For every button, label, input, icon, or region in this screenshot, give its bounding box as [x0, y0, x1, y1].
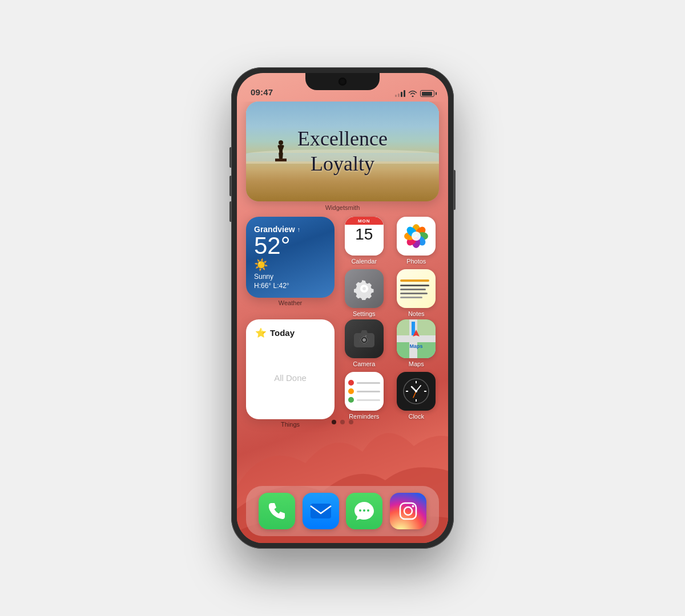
camera-app[interactable]: Camera [341, 319, 387, 367]
svg-point-40 [359, 509, 361, 512]
svg-point-20 [365, 335, 366, 337]
maps-svg: Maps [397, 319, 436, 358]
photos-icon[interactable] [397, 217, 436, 256]
page-dot-1[interactable] [332, 420, 336, 424]
photos-label: Photos [406, 258, 426, 265]
clock-svg [402, 377, 430, 406]
calendar-day: MON [345, 217, 384, 225]
mail-dock-icon [310, 503, 332, 519]
svg-point-44 [404, 507, 412, 515]
settings-app[interactable]: Settings [341, 269, 387, 317]
svg-point-41 [363, 509, 365, 512]
svg-point-42 [367, 509, 369, 512]
notes-app[interactable]: Notes [394, 269, 440, 317]
weather-label: Weather [279, 299, 302, 306]
svg-rect-39 [311, 504, 331, 518]
battery-icon [420, 90, 434, 97]
widgetsmith-text: Excellence Loyalty [297, 127, 388, 176]
settings-label: Settings [353, 310, 376, 317]
calendar-date: 15 [355, 226, 373, 244]
notch [305, 73, 380, 90]
gear-svg [353, 277, 376, 300]
notes-icon[interactable] [397, 269, 436, 308]
page-dots [237, 420, 448, 424]
page-dot-3[interactable] [349, 420, 353, 424]
things-widget[interactable]: ⭐ Today All Done [246, 319, 335, 419]
svg-point-38 [415, 390, 417, 392]
messages-dock-icon [353, 500, 376, 522]
calendar-app[interactable]: MON 15 Calendar [341, 217, 387, 265]
phone-frame: 09:47 [231, 67, 454, 549]
reminders-label: Reminders [349, 413, 379, 420]
mail-dock-app[interactable] [303, 493, 339, 529]
wifi-icon [408, 90, 417, 97]
instagram-dock-app[interactable] [390, 493, 426, 529]
page-dot-2[interactable] [340, 420, 345, 424]
svg-point-15 [412, 232, 421, 241]
camera-svg [353, 329, 375, 348]
photos-app[interactable]: Photos [394, 217, 440, 265]
svg-text:Maps: Maps [410, 343, 423, 349]
calendar-icon[interactable]: MON 15 [345, 217, 384, 256]
svg-rect-25 [397, 335, 436, 342]
maps-app[interactable]: Maps Maps [394, 319, 440, 367]
maps-label: Maps [409, 360, 424, 367]
phone-dock-app[interactable] [259, 493, 295, 529]
instagram-dock-icon [398, 501, 418, 521]
things-title: Today [270, 328, 295, 338]
svg-point-19 [362, 338, 366, 342]
clock-label: Clock [408, 413, 424, 420]
maps-icon[interactable]: Maps [397, 319, 436, 358]
home-screen-content: Excellence Loyalty Widgetsmith Grandview [237, 102, 448, 486]
clock-icon[interactable] [397, 372, 436, 411]
clock-app[interactable]: Clock [394, 372, 440, 420]
phone-screen: 09:47 [237, 73, 448, 543]
status-time: 09:47 [251, 87, 273, 97]
camera-label: Camera [353, 360, 375, 367]
reminders-icon[interactable] [345, 372, 384, 411]
settings-icon[interactable] [345, 269, 384, 308]
things-header: ⭐ Today [255, 327, 325, 338]
reminders-app[interactable]: Reminders [341, 372, 387, 420]
weather-temp: 52° [254, 234, 327, 258]
messages-dock-app[interactable] [346, 493, 382, 529]
camera-icon[interactable] [345, 319, 384, 358]
weather-widget[interactable]: Grandview ↑ 52° ☀️ Sunny H:66° L:42° [246, 217, 335, 298]
phone-dock-icon [267, 501, 287, 521]
things-empty-text: All Done [255, 344, 325, 411]
weather-condition: ☀️ Sunny H:66° L:42° [254, 258, 327, 290]
dock [246, 486, 439, 536]
signal-icon [395, 90, 405, 97]
widgetsmith-label: Widgetsmith [246, 204, 439, 211]
photos-flower-svg [402, 222, 430, 250]
svg-point-45 [412, 505, 414, 508]
calendar-label: Calendar [351, 258, 377, 265]
status-icons [395, 90, 434, 97]
notes-label: Notes [408, 310, 425, 317]
widgetsmith-widget[interactable]: Excellence Loyalty [246, 102, 439, 201]
things-star: ⭐ [255, 327, 267, 338]
